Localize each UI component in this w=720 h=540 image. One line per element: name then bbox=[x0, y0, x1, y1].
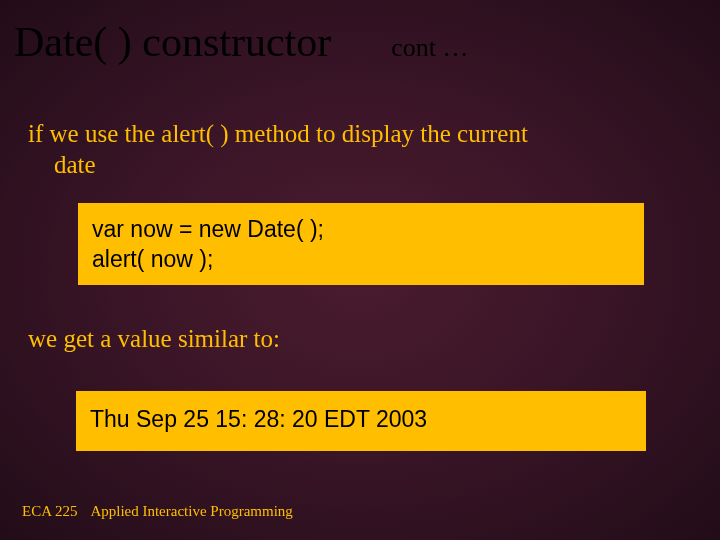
intro-line-2: date bbox=[28, 149, 680, 180]
footer-course-code: ECA 225 bbox=[22, 503, 77, 519]
code-line-2: alert( now ); bbox=[92, 245, 630, 275]
code-line-1: var now = new Date( ); bbox=[92, 215, 630, 245]
intro-paragraph: if we use the alert( ) method to display… bbox=[28, 118, 680, 181]
output-line: Thu Sep 25 15: 28: 20 EDT 2003 bbox=[90, 405, 632, 435]
result-paragraph: we get a value similar to: bbox=[28, 323, 280, 354]
code-example-box-2: Thu Sep 25 15: 28: 20 EDT 2003 bbox=[76, 391, 646, 451]
slide-continuation: cont … bbox=[391, 33, 468, 63]
intro-line-1: if we use the alert( ) method to display… bbox=[28, 118, 680, 149]
slide-header: Date( ) constructor cont … bbox=[14, 18, 706, 66]
code-example-box-1: var now = new Date( ); alert( now ); bbox=[78, 203, 644, 285]
slide-footer: ECA 225 Applied Interactive Programming bbox=[22, 503, 293, 520]
footer-subtitle: Applied Interactive Programming bbox=[90, 503, 292, 519]
slide-title: Date( ) constructor bbox=[14, 18, 331, 66]
